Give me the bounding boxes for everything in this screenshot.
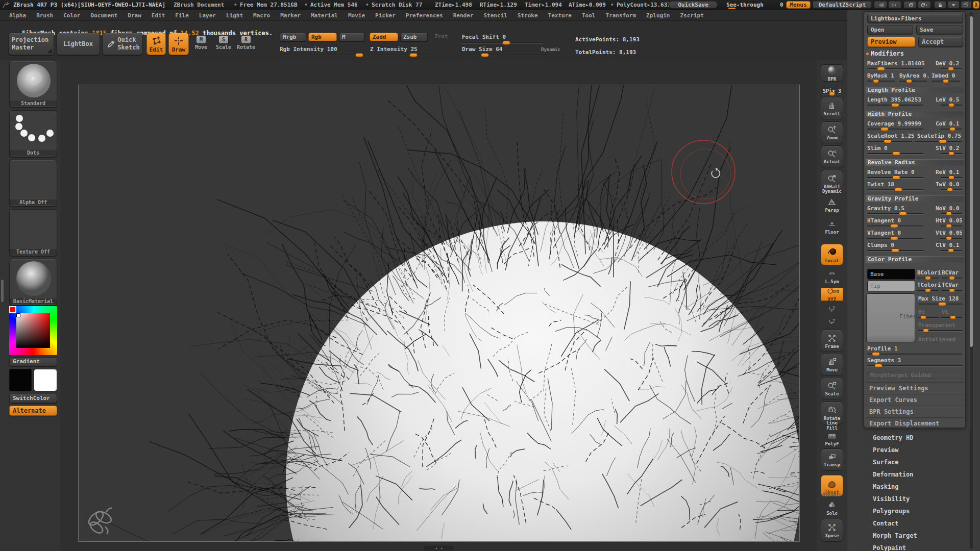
slider-14-aux-handle[interactable]: [946, 236, 952, 240]
slider-15-main[interactable]: [867, 248, 923, 253]
alternate-button[interactable]: Alternate: [9, 406, 57, 416]
slider-3-main[interactable]: [867, 103, 923, 107]
spix-slider-handle[interactable]: [829, 92, 835, 96]
slider-6-main[interactable]: [867, 139, 912, 143]
zadd-button[interactable]: Zadd: [370, 33, 398, 41]
slider-14-main[interactable]: [867, 236, 923, 240]
modifiers-label[interactable]: Modifiers: [871, 50, 922, 57]
color-picker-sv-square[interactable]: [16, 313, 50, 348]
slider-6-main-handle[interactable]: [884, 139, 892, 143]
close-button[interactable]: X: [973, 1, 979, 9]
fiber-texture-preview[interactable]: Fibers: [866, 293, 915, 342]
slider-3-main-handle[interactable]: [891, 103, 899, 107]
bpr-button[interactable]: BPR: [821, 64, 843, 82]
rgb-intensity-slider-handle[interactable]: [355, 53, 363, 57]
menu-light[interactable]: Light: [221, 12, 248, 19]
slider-10-aux[interactable]: [941, 188, 962, 192]
cycle-window-back-button[interactable]: [903, 1, 917, 9]
menu-brush[interactable]: Brush: [31, 12, 58, 19]
panel-scrollbar-thumb[interactable]: [970, 16, 973, 347]
open-button[interactable]: Open: [867, 25, 913, 34]
tcoloriz-slider[interactable]: [917, 288, 939, 292]
lightbox-button[interactable]: LightBox: [56, 33, 100, 55]
projection-master-button[interactable]: Projection Master: [8, 33, 54, 55]
lightbox-fibers-header-button[interactable]: Lightbox▸Fibers: [867, 14, 963, 23]
see-through-slider-handle[interactable]: [728, 8, 736, 9]
scroll-button[interactable]: Scroll: [821, 97, 843, 119]
persp-button[interactable]: Persp: [821, 194, 843, 216]
menu-stroke[interactable]: Stroke: [512, 12, 543, 19]
ht-slider[interactable]: [918, 315, 939, 319]
palette-polygroups[interactable]: Polygroups: [873, 508, 970, 519]
slider-14-aux[interactable]: [941, 236, 962, 240]
minimize-button[interactable]: [947, 1, 960, 9]
subsection-preview-settings[interactable]: Preview Settings: [865, 382, 965, 394]
rgb-intensity-slider[interactable]: [280, 53, 368, 57]
draw-size-slider[interactable]: [462, 53, 546, 57]
palette-surface[interactable]: Surface: [873, 459, 970, 470]
tcoloriz-slider-handle[interactable]: [925, 288, 931, 292]
transparent-slider-handle[interactable]: [923, 329, 929, 333]
menu-render[interactable]: Render: [448, 12, 479, 19]
thumb-texture-off[interactable]: Texture Off: [9, 209, 57, 256]
left-scrollbar[interactable]: [1, 280, 4, 302]
slider-1-0-handle[interactable]: [873, 79, 879, 83]
current-color-swatch[interactable]: [9, 306, 16, 313]
slider-13-main-handle[interactable]: [890, 224, 898, 228]
slider-9-main[interactable]: [867, 176, 923, 180]
slider-9-aux-handle[interactable]: [948, 176, 954, 180]
menu-draw[interactable]: Draw: [122, 12, 146, 19]
slider-12-main-handle[interactable]: [899, 212, 907, 216]
menu-marker[interactable]: Marker: [275, 12, 306, 19]
z-intensity-slider-handle[interactable]: [409, 53, 418, 57]
slider-15-aux-handle[interactable]: [948, 248, 954, 253]
main-color-swatch[interactable]: [9, 369, 32, 391]
z-intensity-slider[interactable]: [370, 53, 431, 57]
cycle-window-fwd-button[interactable]: [918, 1, 931, 9]
base-color-button[interactable]: Base: [867, 269, 915, 280]
menu-transform[interactable]: Transform: [600, 12, 641, 19]
mrgb-button[interactable]: Mrgb: [280, 33, 306, 41]
slider-1-1[interactable]: [899, 79, 927, 83]
segments-slider[interactable]: [867, 364, 962, 368]
slider-1-0[interactable]: [867, 79, 895, 83]
menu-movie[interactable]: Movie: [343, 12, 370, 19]
move-button[interactable]: Move: [821, 353, 843, 376]
slider-13-aux[interactable]: [941, 224, 962, 228]
transp-button[interactable]: Transp: [821, 448, 843, 471]
menu-zplugin[interactable]: Zplugin: [641, 12, 675, 19]
slider-0-main-handle[interactable]: [877, 67, 885, 71]
palette-deformation[interactable]: Deformation: [873, 471, 970, 482]
xpose-button[interactable]: Xpose: [821, 519, 843, 542]
slider-14-main-handle[interactable]: [890, 236, 898, 240]
slider-12-aux-handle[interactable]: [946, 212, 952, 216]
thumb-dots-stroke[interactable]: Dots: [9, 110, 57, 157]
floor-button[interactable]: Floor: [821, 213, 843, 242]
tcvar-slider[interactable]: [942, 288, 962, 292]
solo-button[interactable]: Solo: [821, 498, 843, 518]
polyf-button[interactable]: PolyF: [821, 426, 843, 452]
rgb-button[interactable]: Rgb: [308, 33, 337, 41]
quicksave-button[interactable]: QuickSave: [669, 1, 718, 9]
rotate-button[interactable]: RRotate: [237, 36, 255, 53]
spix-slider[interactable]: [823, 92, 841, 96]
canvas-bottom-scroll[interactable]: ◂▸: [424, 546, 454, 550]
preview-button[interactable]: Preview: [867, 37, 915, 47]
dynamic-draw-size-label[interactable]: Dynamic: [541, 47, 570, 53]
slider-12-main[interactable]: [867, 212, 923, 216]
menu-zscript[interactable]: Zscript: [675, 12, 708, 19]
menu-edit[interactable]: Edit: [146, 12, 170, 19]
slider-3-aux[interactable]: [941, 103, 962, 107]
slider-0-main[interactable]: [867, 67, 923, 71]
max-size-slider-handle[interactable]: [938, 302, 946, 306]
scroll-doc-left-button[interactable]: [874, 1, 887, 9]
scroll-doc-right-button[interactable]: [888, 1, 901, 9]
palette-morph-target[interactable]: Morph Target: [873, 532, 970, 543]
ht-slider-handle[interactable]: [920, 315, 926, 319]
focal-shift-slider[interactable]: [462, 41, 544, 45]
palette-contact[interactable]: Contact: [873, 520, 970, 531]
slider-5-aux[interactable]: [941, 127, 962, 131]
slider-10-main-handle[interactable]: [894, 188, 902, 192]
draw-size-slider-handle[interactable]: [481, 53, 489, 57]
transparent-slider[interactable]: [918, 329, 962, 333]
